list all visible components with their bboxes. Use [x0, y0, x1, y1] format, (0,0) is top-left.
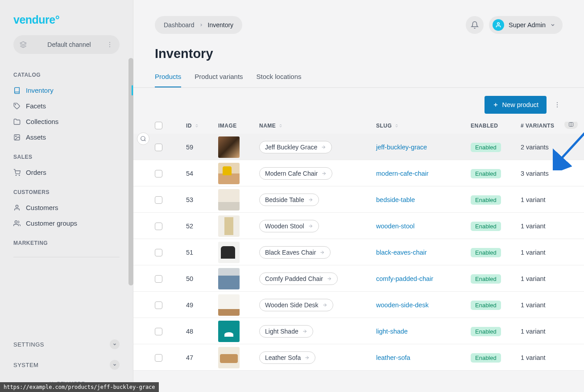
svg-point-8: [16, 205, 18, 207]
row-checkbox[interactable]: [155, 301, 162, 309]
row-checkbox[interactable]: [155, 249, 162, 256]
section-catalog: CATALOG: [0, 63, 133, 83]
product-thumbnail[interactable]: [218, 136, 240, 158]
section-customers: CUSTOMERS: [0, 180, 133, 200]
slug-link[interactable]: comfy-padded-chair: [376, 275, 433, 282]
bell-icon: [471, 21, 479, 29]
row-checkbox[interactable]: [155, 354, 162, 362]
tab-products[interactable]: Products: [155, 66, 181, 87]
slug-link[interactable]: leather-sofa: [376, 354, 410, 361]
slug-link[interactable]: bedside-table: [376, 196, 415, 203]
enabled-badge: Enabled: [471, 274, 501, 284]
row-checkbox[interactable]: [155, 275, 162, 283]
product-name-chip[interactable]: Jeff Buckley Grace: [259, 141, 332, 153]
svg-point-5: [16, 136, 17, 136]
product-thumbnail[interactable]: [218, 268, 240, 289]
product-thumbnail[interactable]: [218, 242, 240, 263]
tab-product-variants[interactable]: Product variants: [195, 66, 243, 87]
sidebar-item-customers[interactable]: Customers: [0, 200, 133, 215]
more-button[interactable]: [552, 96, 563, 114]
sort-icon: [394, 124, 399, 128]
columns-icon: [568, 122, 574, 127]
row-checkbox[interactable]: [155, 223, 162, 230]
product-name-chip[interactable]: Bedside Table: [259, 194, 319, 206]
product-name-chip[interactable]: Wooden Side Desk: [259, 299, 333, 311]
svg-point-10: [497, 23, 500, 25]
product-name-chip[interactable]: Comfy Padded Chair: [259, 272, 338, 285]
tag-icon: [13, 103, 21, 110]
nav-label: Assets: [26, 133, 46, 141]
sidebar-item-facets[interactable]: Facets: [0, 98, 133, 114]
user-icon: [13, 204, 21, 211]
nav-label: Customer groups: [26, 219, 77, 227]
sidebar-item-orders[interactable]: Orders: [0, 165, 133, 180]
slug-link[interactable]: wooden-stool: [376, 223, 414, 230]
select-all-checkbox[interactable]: [155, 122, 162, 129]
col-slug[interactable]: SLUG: [376, 123, 471, 129]
sidebar-item-collections[interactable]: Collections: [0, 114, 133, 129]
col-id[interactable]: ID: [186, 123, 218, 129]
nav-label: Customers: [26, 204, 58, 211]
product-thumbnail[interactable]: [218, 294, 240, 316]
product-thumbnail[interactable]: [218, 347, 240, 368]
sidebar-item-assets[interactable]: Assets: [0, 129, 133, 145]
table-row[interactable]: 48 Light Shade light-shade Enabled 1 var…: [133, 318, 584, 344]
row-checkbox[interactable]: [155, 170, 162, 177]
sort-icon: [278, 124, 283, 128]
product-name-chip[interactable]: Light Shade: [259, 325, 313, 338]
search-button[interactable]: [137, 132, 149, 145]
product-name-chip[interactable]: Leather Sofa: [259, 351, 315, 364]
sidebar-item-customer-groups[interactable]: Customer groups: [0, 215, 133, 231]
slug-link[interactable]: light-shade: [376, 328, 408, 335]
arrow-right-icon: [321, 144, 326, 150]
slug-link[interactable]: jeff-buckley-grace: [376, 144, 427, 151]
tab-stock-locations[interactable]: Stock locations: [257, 66, 302, 87]
sidebar-settings[interactable]: SETTINGS: [0, 334, 133, 355]
svg-point-7: [19, 175, 20, 175]
col-name[interactable]: NAME: [259, 123, 376, 129]
logo-text: vendure: [13, 13, 55, 26]
table-row[interactable]: 52 Wooden Stool wooden-stool Enabled 1 v…: [133, 213, 584, 239]
product-thumbnail[interactable]: [218, 189, 240, 210]
slug-link[interactable]: wooden-side-desk: [376, 301, 429, 309]
columns-toggle[interactable]: [564, 122, 578, 129]
row-id: 48: [186, 328, 218, 335]
row-checkbox[interactable]: [155, 144, 162, 151]
table-row[interactable]: 49 Wooden Side Desk wooden-side-desk Ena…: [133, 292, 584, 318]
row-id: 52: [186, 223, 218, 230]
product-name-chip[interactable]: Wooden Stool: [259, 220, 319, 232]
table-row[interactable]: 54 Modern Cafe Chair modern-cafe-chair E…: [133, 160, 584, 186]
product-thumbnail[interactable]: [218, 215, 240, 237]
table-row[interactable]: 50 Comfy Padded Chair comfy-padded-chair…: [133, 265, 584, 292]
variants-count: 3 variants: [521, 170, 574, 177]
svg-point-6: [16, 175, 16, 175]
table-row[interactable]: 59 Jeff Buckley Grace jeff-buckley-grace…: [133, 134, 584, 160]
user-menu[interactable]: Super Admin: [489, 16, 563, 34]
enabled-badge: Enabled: [471, 222, 501, 231]
table-row[interactable]: 53 Bedside Table bedside-table Enabled 1…: [133, 186, 584, 213]
dots-vertical-icon[interactable]: [106, 41, 113, 48]
new-product-button[interactable]: New product: [485, 96, 547, 114]
notifications-button[interactable]: [466, 16, 484, 34]
slug-link[interactable]: modern-cafe-chair: [376, 170, 429, 177]
svg-point-11: [557, 102, 558, 103]
product-name-chip[interactable]: Black Eaves Chair: [259, 246, 331, 259]
product-name-chip[interactable]: Modern Cafe Chair: [259, 167, 332, 180]
sidebar-system[interactable]: SYSTEM: [0, 355, 133, 375]
channel-selector[interactable]: Default channel: [13, 35, 120, 54]
variants-count: 1 variant: [521, 301, 574, 309]
table-row[interactable]: 47 Leather Sofa leather-sofa Enabled 1 v…: [133, 344, 584, 371]
product-thumbnail[interactable]: [218, 163, 240, 184]
row-checkbox[interactable]: [155, 328, 162, 335]
product-thumbnail[interactable]: [218, 321, 240, 342]
breadcrumb-root[interactable]: Dashboard: [164, 21, 195, 29]
chevron-down-icon: [550, 22, 555, 28]
svg-point-1: [109, 44, 110, 45]
dots-vertical-icon: [554, 101, 561, 108]
row-id: 51: [186, 249, 218, 256]
row-checkbox[interactable]: [155, 196, 162, 204]
slug-link[interactable]: black-eaves-chair: [376, 249, 427, 256]
breadcrumb[interactable]: Dashboard Inventory: [155, 16, 242, 34]
sidebar-item-inventory[interactable]: Inventory: [0, 83, 133, 98]
table-row[interactable]: 51 Black Eaves Chair black-eaves-chair E…: [133, 239, 584, 265]
